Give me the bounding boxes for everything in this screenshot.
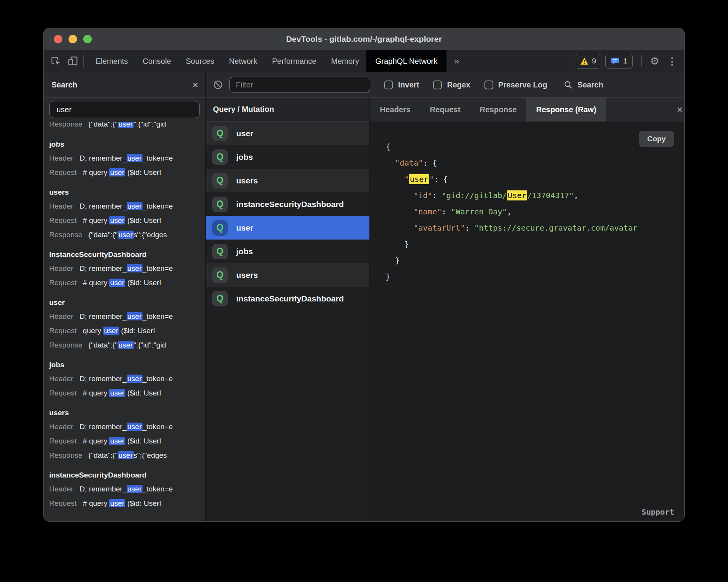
search-match-highlight: user xyxy=(127,264,143,272)
response-raw-body: Copy { "data": { "user": { "id": "gid://… xyxy=(370,122,684,521)
search-result-line[interactable]: HeaderD; remember_user_token=e xyxy=(49,309,205,324)
search-toggle[interactable]: Search xyxy=(563,80,603,89)
search-result-line[interactable]: HeaderD; remember_user_token=e xyxy=(49,371,205,386)
devtools-tab-memory[interactable]: Memory xyxy=(324,50,366,72)
regex-label: Regex xyxy=(447,80,470,89)
issues-badge[interactable]: 1 xyxy=(605,54,633,68)
response-tab-request[interactable]: Request xyxy=(420,98,470,122)
console-warnings-badge[interactable]: 9 xyxy=(575,54,602,68)
search-result-line[interactable]: HeaderD; remember_user_token=e xyxy=(49,261,205,276)
preserve-log-checkbox[interactable] xyxy=(484,80,493,89)
search-match-highlight: user xyxy=(109,437,125,445)
query-type-icon: Q xyxy=(212,197,228,212)
query-name: users xyxy=(236,270,258,280)
json-line: "data": { xyxy=(386,155,684,171)
query-list-item[interactable]: QinstanceSecurityDashboard xyxy=(206,192,369,216)
invert-checkbox-group[interactable]: Invert xyxy=(384,80,419,89)
search-result-group: instanceSecurityDashboardHeaderD; rememb… xyxy=(49,248,205,290)
result-group-name: jobs xyxy=(49,358,205,371)
response-detail-panel: HeadersRequestResponseResponse (Raw) × C… xyxy=(370,98,684,521)
result-line-label: Request xyxy=(49,327,77,335)
query-type-icon: Q xyxy=(212,220,228,236)
search-result-line[interactable]: Response{"data":{"users":{"edges xyxy=(49,228,205,242)
search-result-line[interactable]: Response{"data":{"user":{"id":"gid xyxy=(49,122,205,131)
main-content: Response{"data":{"user":{"id":"gid jobsH… xyxy=(44,98,684,521)
search-result-line[interactable]: Response{"data":{"users":{"edges xyxy=(49,448,205,462)
header-row: Search × Invert Regex xyxy=(44,72,684,98)
devtools-tab-network[interactable]: Network xyxy=(221,50,264,72)
result-group-name: instanceSecurityDashboard xyxy=(49,248,205,261)
query-list-item[interactable]: Qjobs xyxy=(206,240,369,263)
query-type-icon: Q xyxy=(212,267,228,283)
search-result-partial-line[interactable]: Response{"data":{"user":{"id":"gid xyxy=(49,122,205,132)
devtools-tab-graphql-network[interactable]: GraphQL Network xyxy=(366,50,446,72)
search-result-line[interactable]: Request# query user ($id: UserI xyxy=(49,165,205,180)
search-result-line[interactable]: Request# query user ($id: UserI xyxy=(49,386,205,400)
search-result-line[interactable]: Request# query user ($id: UserI xyxy=(49,276,205,290)
devtools-tab-elements[interactable]: Elements xyxy=(88,50,135,72)
search-result-line[interactable]: HeaderD; remember_user_token=e xyxy=(49,199,205,213)
device-toolbar-icon[interactable] xyxy=(67,55,79,67)
clear-block-icon[interactable] xyxy=(213,80,223,90)
preserve-log-checkbox-group[interactable]: Preserve Log xyxy=(484,80,548,89)
json-line: "avatarUrl": "https://secure.gravatar.co… xyxy=(386,220,684,236)
kebab-menu-icon[interactable]: ⋮ xyxy=(663,56,681,67)
search-match-highlight: user xyxy=(118,122,134,128)
regex-checkbox[interactable] xyxy=(433,80,442,89)
search-result-line[interactable]: HeaderD; remember_user_token=e xyxy=(49,151,205,165)
search-result-line[interactable]: Request# query user ($id: UserI xyxy=(49,496,205,510)
more-tabs-button[interactable]: » xyxy=(446,50,467,72)
close-search-panel-icon[interactable]: × xyxy=(192,80,198,90)
result-line-label: Response xyxy=(49,231,82,239)
devtools-tab-performance[interactable]: Performance xyxy=(265,50,324,72)
devtools-tab-sources[interactable]: Sources xyxy=(179,50,221,72)
message-icon xyxy=(611,57,620,65)
tabbar-spacer xyxy=(467,50,575,72)
search-result-line[interactable]: Request# query user ($id: UserI xyxy=(49,434,205,448)
search-match-highlight: user xyxy=(103,327,119,335)
search-results-list: Response{"data":{"user":{"id":"gid jobsH… xyxy=(44,122,205,521)
result-line-label: Header xyxy=(49,264,73,272)
settings-gear-icon[interactable]: ⚙ xyxy=(646,55,663,67)
result-group-name: jobs xyxy=(49,138,205,151)
result-line-label: Request xyxy=(49,279,77,287)
search-result-line[interactable]: HeaderD; remember_user_token=e xyxy=(49,419,205,434)
copy-button[interactable]: Copy xyxy=(639,131,675,147)
response-tab-response-raw[interactable]: Response (Raw) xyxy=(526,98,606,122)
search-match-highlight: user xyxy=(118,451,134,459)
query-list-item[interactable]: QinstanceSecurityDashboard xyxy=(206,287,369,310)
search-result-line[interactable]: HeaderD; remember_user_token=e xyxy=(49,482,205,496)
result-line-label: Response xyxy=(49,122,82,128)
search-match-highlight: user xyxy=(118,341,134,349)
inspect-element-icon[interactable] xyxy=(50,55,62,67)
result-line-label: Header xyxy=(49,485,73,493)
search-input[interactable] xyxy=(49,101,200,118)
invert-checkbox[interactable] xyxy=(384,80,393,89)
query-list-item-selected[interactable]: Quser xyxy=(206,216,369,240)
preserve-log-label: Preserve Log xyxy=(498,80,548,89)
regex-checkbox-group[interactable]: Regex xyxy=(433,80,470,89)
query-list-item[interactable]: Qusers xyxy=(206,263,369,287)
toolbar-separator xyxy=(641,55,642,67)
query-list: QuserQjobsQusersQinstanceSecurityDashboa… xyxy=(206,122,369,310)
response-tab-headers[interactable]: Headers xyxy=(370,98,420,122)
search-input-row xyxy=(44,98,205,122)
search-result-group: userHeaderD; remember_user_token=eReques… xyxy=(49,296,205,352)
search-result-line[interactable]: Request# query user ($id: UserI xyxy=(49,213,205,228)
support-link[interactable]: Support xyxy=(642,507,674,517)
query-name: user xyxy=(236,129,253,138)
devtools-tab-console[interactable]: Console xyxy=(135,50,178,72)
result-line-label: Header xyxy=(49,375,73,383)
query-list-item[interactable]: Quser xyxy=(206,122,369,145)
query-list-item[interactable]: Qusers xyxy=(206,169,369,192)
response-tab-response[interactable]: Response xyxy=(470,98,527,122)
json-line: } xyxy=(386,269,684,285)
invert-label: Invert xyxy=(398,80,419,89)
devtools-tab-bar: ElementsConsoleSourcesNetworkPerformance… xyxy=(44,50,684,72)
search-result-line[interactable]: Requestquery user ($id: UserI xyxy=(49,324,205,338)
close-detail-icon[interactable]: × xyxy=(677,98,683,122)
result-line-label: Header xyxy=(49,423,73,431)
query-list-item[interactable]: Qjobs xyxy=(206,145,369,169)
search-result-line[interactable]: Response{"data":{"user":{"id":"gid xyxy=(49,338,205,352)
filter-input[interactable] xyxy=(229,77,370,93)
